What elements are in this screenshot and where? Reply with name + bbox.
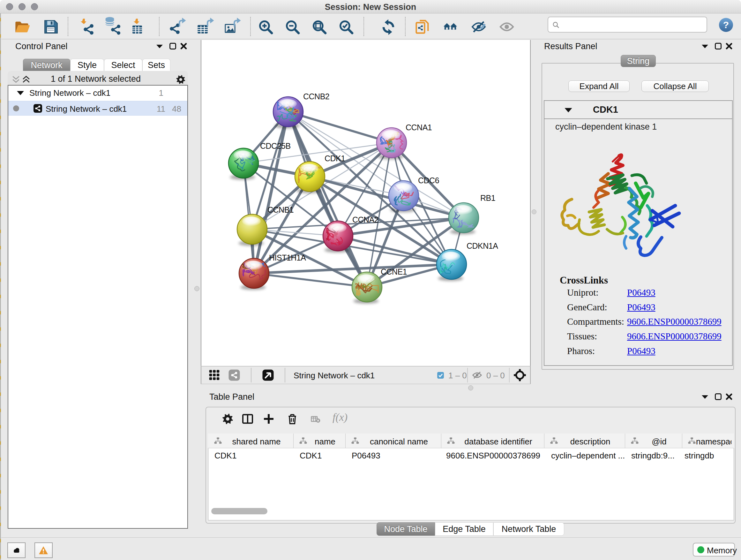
svg-text:RB1: RB1 <box>480 193 495 202</box>
svg-text:HIST1H1A: HIST1H1A <box>269 253 306 262</box>
svg-text:CDC25B: CDC25B <box>260 141 291 150</box>
svg-text:CCNB2: CCNB2 <box>303 92 329 101</box>
svg-text:CCNA2: CCNA2 <box>352 215 379 224</box>
svg-text:CCNB1: CCNB1 <box>267 205 293 214</box>
svg-text:CDC6: CDC6 <box>418 176 439 185</box>
svg-text:CCNE1: CCNE1 <box>381 267 407 276</box>
svg-text:CDKN1A: CDKN1A <box>467 241 498 250</box>
svg-text:CCNA1: CCNA1 <box>406 123 432 132</box>
svg-text:CDK1: CDK1 <box>325 154 345 163</box>
